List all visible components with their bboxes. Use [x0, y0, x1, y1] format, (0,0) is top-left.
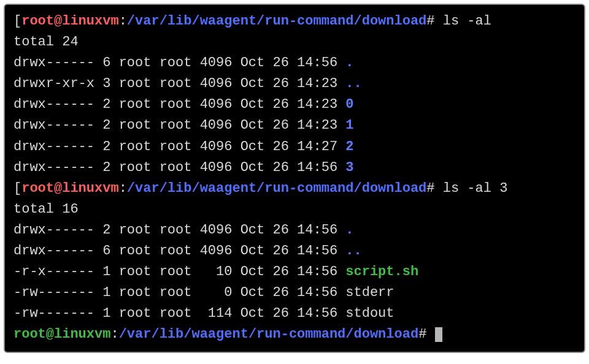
file-row: -rw------- 1 root root 0 Oct 26 14:56 st… — [13, 282, 576, 303]
file-row-meta: -r-x------ 1 root root 10 Oct 26 14:56 — [13, 264, 345, 279]
listing-2: drwx------ 2 root root 4096 Oct 26 14:56… — [13, 220, 576, 324]
file-row: drwx------ 6 root root 4096 Oct 26 14:56… — [13, 53, 576, 74]
file-row-meta: drwx------ 2 root root 4096 Oct 26 14:23 — [13, 118, 345, 133]
prompt-hash-3: # — [418, 327, 426, 342]
listing-1: drwx------ 6 root root 4096 Oct 26 14:56… — [13, 53, 576, 178]
file-name: 3 — [345, 160, 353, 175]
file-row-meta: drwx------ 6 root root 4096 Oct 26 14:56 — [13, 55, 345, 70]
prompt-user: root — [21, 13, 54, 29]
file-row-meta: -rw------- 1 root root 0 Oct 26 14:56 — [13, 285, 345, 300]
file-row: drwxr-xr-x 3 root root 4096 Oct 26 14:23… — [13, 74, 576, 94]
prompt-line-3[interactable]: root@linuxvm:/var/lib/waagent/run-comman… — [13, 324, 576, 345]
prompt-line-2: [root@linuxvm:/var/lib/waagent/run-comma… — [13, 178, 576, 199]
prompt-cwd-2: /var/lib/waagent/run-command/download — [127, 181, 426, 196]
prompt-hash-1: # — [426, 13, 434, 29]
file-name: . — [345, 55, 353, 70]
file-row-meta: drwx------ 6 root root 4096 Oct 26 14:56 — [13, 243, 345, 259]
file-row: drwx------ 2 root root 4096 Oct 26 14:23… — [13, 115, 576, 136]
file-name: stdout — [345, 306, 394, 321]
file-name: .. — [345, 243, 361, 259]
prompt-line-1: [root@linuxvm:/var/lib/waagent/run-comma… — [13, 11, 576, 32]
prompt-user: root — [13, 327, 46, 342]
prompt-host: linuxvm — [54, 327, 110, 342]
prompt-cwd-1: /var/lib/waagent/run-command/download — [127, 13, 426, 29]
file-row-meta: drwx------ 2 root root 4096 Oct 26 14:23 — [13, 97, 345, 112]
terminal-window[interactable]: [root@linuxvm:/var/lib/waagent/run-comma… — [4, 4, 585, 353]
prompt-cwd-3: /var/lib/waagent/run-command/download — [119, 327, 418, 342]
bracket-open: [ — [13, 13, 21, 29]
file-row-meta: drwx------ 2 root root 4096 Oct 26 14:27 — [13, 139, 345, 154]
file-name: .. — [345, 76, 361, 91]
file-row-meta: -rw------- 1 root root 114 Oct 26 14:56 — [13, 306, 345, 321]
prompt-at: @ — [46, 327, 54, 342]
command-2: ls -al 3 — [443, 181, 508, 196]
listing-2-total: total 16 — [13, 199, 576, 220]
listing-1-total: total 24 — [13, 32, 576, 53]
file-row: drwx------ 2 root root 4096 Oct 26 14:56… — [13, 157, 576, 178]
command-1: ls -al — [443, 13, 491, 29]
file-row: drwx------ 2 root root 4096 Oct 26 14:56… — [13, 220, 576, 241]
file-row: drwx------ 2 root root 4096 Oct 26 14:23… — [13, 94, 576, 115]
prompt-user: root — [21, 181, 54, 196]
file-row-meta: drwx------ 2 root root 4096 Oct 26 14:56 — [13, 160, 345, 175]
file-name: stderr — [345, 285, 394, 300]
prompt-hash-2: # — [426, 181, 434, 196]
prompt-colon-2: : — [119, 181, 127, 196]
file-name: 2 — [345, 139, 353, 154]
file-row-meta: drwx------ 2 root root 4096 Oct 26 14:56 — [13, 222, 345, 238]
file-name: script.sh — [345, 264, 418, 279]
file-name: . — [345, 222, 353, 238]
file-row-meta: drwxr-xr-x 3 root root 4096 Oct 26 14:23 — [13, 76, 345, 91]
prompt-host: linuxvm — [62, 13, 118, 29]
prompt-host: linuxvm — [62, 181, 118, 196]
prompt-colon-3: : — [110, 327, 118, 342]
prompt-at: @ — [54, 181, 62, 196]
file-row: -r-x------ 1 root root 10 Oct 26 14:56 s… — [13, 262, 576, 282]
prompt-at: @ — [54, 13, 62, 29]
cursor-icon — [435, 327, 442, 342]
file-name: 1 — [345, 118, 353, 133]
file-row: drwx------ 6 root root 4096 Oct 26 14:56… — [13, 241, 576, 262]
file-name: 0 — [345, 97, 353, 112]
file-row: -rw------- 1 root root 114 Oct 26 14:56 … — [13, 303, 576, 324]
bracket-open: [ — [13, 181, 21, 196]
prompt-colon-1: : — [119, 13, 127, 29]
file-row: drwx------ 2 root root 4096 Oct 26 14:27… — [13, 137, 576, 157]
